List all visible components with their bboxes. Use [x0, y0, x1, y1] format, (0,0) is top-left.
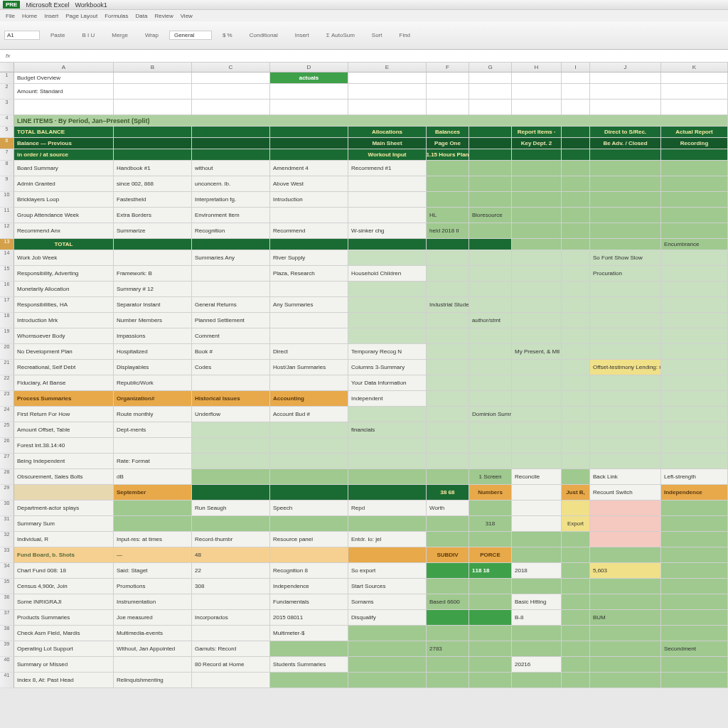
- cell[interactable]: [114, 84, 192, 100]
- cell[interactable]: [192, 100, 270, 115]
- cell[interactable]: [562, 344, 590, 360]
- name-box[interactable]: A1: [4, 31, 40, 40]
- cell[interactable]: [590, 407, 661, 422]
- cell[interactable]: [348, 192, 427, 208]
- cell[interactable]: Direct: [270, 344, 348, 360]
- cell[interactable]: [661, 192, 728, 208]
- ribbon-find[interactable]: Find: [393, 30, 417, 41]
- cell[interactable]: Temporary Recog N: [348, 344, 427, 360]
- cell[interactable]: [114, 73, 192, 84]
- cell[interactable]: [469, 192, 512, 208]
- cell[interactable]: Columns 3-Summary: [348, 360, 427, 375]
- cell[interactable]: without: [192, 161, 270, 176]
- cell[interactable]: [661, 84, 728, 100]
- row-header[interactable]: 7: [0, 149, 14, 161]
- cell[interactable]: Recognition 8: [270, 563, 348, 579]
- menu-view[interactable]: View: [181, 13, 193, 19]
- cell[interactable]: [512, 297, 562, 313]
- cell[interactable]: [427, 73, 469, 84]
- cell[interactable]: [469, 138, 512, 149]
- cell[interactable]: [562, 469, 590, 485]
- row-header[interactable]: 41: [0, 673, 14, 688]
- cell[interactable]: Secondment: [661, 641, 728, 657]
- cell[interactable]: [562, 84, 590, 100]
- cell[interactable]: Joe measured: [114, 610, 192, 626]
- cell[interactable]: [661, 313, 728, 328]
- cell[interactable]: [562, 563, 590, 579]
- cell[interactable]: [661, 208, 728, 223]
- cell[interactable]: [590, 422, 661, 438]
- row-header[interactable]: 5: [0, 127, 14, 138]
- cell[interactable]: Input-res: at times: [114, 532, 192, 547]
- cell[interactable]: [590, 547, 661, 563]
- cell[interactable]: [661, 250, 728, 266]
- cell[interactable]: [192, 239, 270, 250]
- cell[interactable]: [348, 84, 427, 100]
- cell[interactable]: [562, 138, 590, 149]
- cell[interactable]: [469, 610, 512, 626]
- cell[interactable]: [562, 657, 590, 673]
- cell[interactable]: [427, 161, 469, 176]
- cell[interactable]: [562, 579, 590, 594]
- cell[interactable]: Bioresource: [469, 208, 512, 223]
- cell[interactable]: [590, 313, 661, 328]
- cell[interactable]: [427, 391, 469, 407]
- cell[interactable]: [661, 149, 728, 161]
- cell[interactable]: [661, 422, 728, 438]
- cell[interactable]: 308: [192, 579, 270, 594]
- cell[interactable]: Number Members: [114, 313, 192, 328]
- cell[interactable]: [469, 176, 512, 192]
- cell[interactable]: [469, 84, 512, 100]
- fx-icon[interactable]: fx: [6, 53, 10, 59]
- cell[interactable]: financials: [348, 422, 427, 438]
- cell[interactable]: [348, 250, 427, 266]
- row-header[interactable]: 18: [0, 313, 14, 328]
- cell[interactable]: [192, 485, 270, 500]
- cell[interactable]: Recognition: [192, 223, 270, 239]
- row-header[interactable]: 23: [0, 391, 14, 407]
- row-header[interactable]: 28: [0, 469, 14, 485]
- cell[interactable]: [469, 149, 512, 161]
- cell[interactable]: Worth: [427, 500, 469, 516]
- cell[interactable]: [469, 532, 512, 547]
- cell[interactable]: [590, 375, 661, 391]
- cell[interactable]: [427, 266, 469, 282]
- cell[interactable]: [661, 563, 728, 579]
- cell[interactable]: [562, 328, 590, 344]
- cell[interactable]: [348, 657, 427, 673]
- cell[interactable]: [562, 454, 590, 469]
- cell[interactable]: [270, 516, 348, 532]
- cell[interactable]: [469, 422, 512, 438]
- cell[interactable]: Summary # 12: [114, 282, 192, 297]
- cell[interactable]: 38 68: [427, 485, 469, 500]
- cell[interactable]: [192, 282, 270, 297]
- cell[interactable]: [469, 297, 512, 313]
- cell[interactable]: [348, 673, 427, 688]
- cell[interactable]: Recording: [661, 138, 728, 149]
- cell[interactable]: [348, 516, 427, 532]
- row-header[interactable]: 19: [0, 328, 14, 344]
- cell[interactable]: [114, 138, 192, 149]
- cell[interactable]: Offset-testimony Lending: #1: [590, 360, 661, 375]
- cell[interactable]: Check Asm Field, Mardis: [14, 626, 114, 641]
- cell[interactable]: SUBDIV: [427, 547, 469, 563]
- cell[interactable]: [469, 100, 512, 115]
- cell[interactable]: [661, 223, 728, 239]
- cell[interactable]: [562, 500, 590, 516]
- cell[interactable]: Whomsoever Body: [14, 328, 114, 344]
- cell[interactable]: Encumbrance: [661, 239, 728, 250]
- cell[interactable]: [427, 422, 469, 438]
- row-header[interactable]: 40: [0, 657, 14, 673]
- cell[interactable]: Said: Staget: [114, 563, 192, 579]
- cell[interactable]: Rate: Format: [114, 454, 192, 469]
- cell[interactable]: [512, 250, 562, 266]
- cell[interactable]: Department-actor splays: [14, 500, 114, 516]
- cell[interactable]: Accounting: [270, 391, 348, 407]
- cell[interactable]: 5,603: [590, 563, 661, 579]
- cell[interactable]: [270, 673, 348, 688]
- row-header[interactable]: 22: [0, 375, 14, 391]
- cell[interactable]: [512, 239, 562, 250]
- cell[interactable]: Bricklayers Loop: [14, 192, 114, 208]
- cell[interactable]: [512, 547, 562, 563]
- cell[interactable]: [661, 438, 728, 454]
